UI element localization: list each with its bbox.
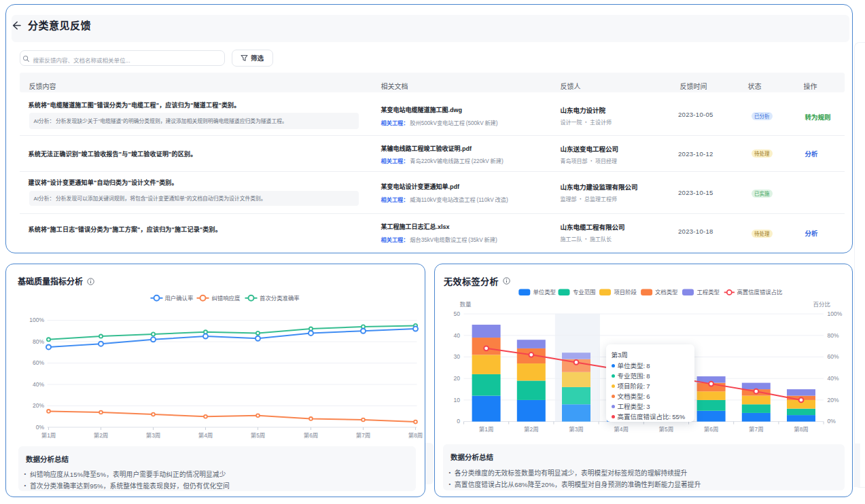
svg-text:第8周: 第8周 bbox=[794, 425, 809, 433]
svg-text:第8周: 第8周 bbox=[408, 431, 423, 439]
svg-text:20%: 20% bbox=[828, 395, 839, 403]
svg-text:第6周: 第6周 bbox=[304, 431, 319, 439]
svg-text:100%: 100% bbox=[828, 309, 843, 317]
svg-text:第1周: 第1周 bbox=[479, 425, 494, 433]
svg-text:60%: 60% bbox=[33, 358, 44, 366]
svg-text:第7周: 第7周 bbox=[749, 425, 764, 433]
svg-text:80%: 80% bbox=[828, 331, 839, 339]
svg-text:第2周: 第2周 bbox=[524, 425, 539, 433]
svg-text:工程类型: 工程类型 bbox=[697, 287, 720, 295]
svg-text:纠错响应度: 纠错响应度 bbox=[212, 293, 241, 302]
svg-text:单位类型: 单位类型 bbox=[533, 287, 557, 295]
svg-text:第6周: 第6周 bbox=[704, 425, 719, 433]
svg-text:用户确认率: 用户确认率 bbox=[165, 293, 194, 302]
svg-text:第4周: 第4周 bbox=[198, 431, 213, 439]
svg-text:专业范围: 专业范围 bbox=[573, 287, 596, 295]
svg-text:第5周: 第5周 bbox=[251, 431, 266, 439]
svg-text:第2周: 第2周 bbox=[94, 431, 109, 439]
svg-text:首次分类准确率: 首次分类准确率 bbox=[260, 293, 300, 302]
svg-text:40%: 40% bbox=[828, 374, 839, 382]
svg-text:20%: 20% bbox=[33, 401, 44, 409]
svg-text:第1周: 第1周 bbox=[41, 431, 56, 439]
svg-text:100%: 100% bbox=[29, 315, 44, 323]
svg-text:60%: 60% bbox=[828, 352, 839, 360]
svg-text:第3周: 第3周 bbox=[146, 431, 161, 439]
svg-text:第7周: 第7周 bbox=[356, 431, 371, 439]
svg-text:0%: 0% bbox=[36, 422, 45, 431]
svg-text:30: 30 bbox=[454, 352, 461, 360]
svg-text:第4周: 第4周 bbox=[614, 425, 629, 433]
svg-text:0%: 0% bbox=[828, 416, 836, 425]
svg-text:40: 40 bbox=[454, 331, 461, 339]
svg-text:0: 0 bbox=[457, 416, 460, 425]
svg-text:项目阶段: 项目阶段 bbox=[614, 287, 637, 295]
svg-text:80%: 80% bbox=[33, 337, 44, 345]
svg-text:10: 10 bbox=[454, 395, 461, 403]
svg-text:50: 50 bbox=[454, 309, 461, 317]
svg-text:文档类型: 文档类型 bbox=[655, 287, 678, 295]
svg-text:数量: 数量 bbox=[460, 300, 472, 308]
svg-text:第5周: 第5周 bbox=[659, 425, 674, 433]
svg-text:20: 20 bbox=[454, 374, 461, 382]
svg-text:百分比: 百分比 bbox=[813, 300, 831, 308]
svg-text:40%: 40% bbox=[33, 380, 44, 388]
svg-text:高置信度错误占比: 高置信度错误占比 bbox=[737, 287, 783, 295]
svg-text:第3周: 第3周 bbox=[569, 425, 584, 433]
